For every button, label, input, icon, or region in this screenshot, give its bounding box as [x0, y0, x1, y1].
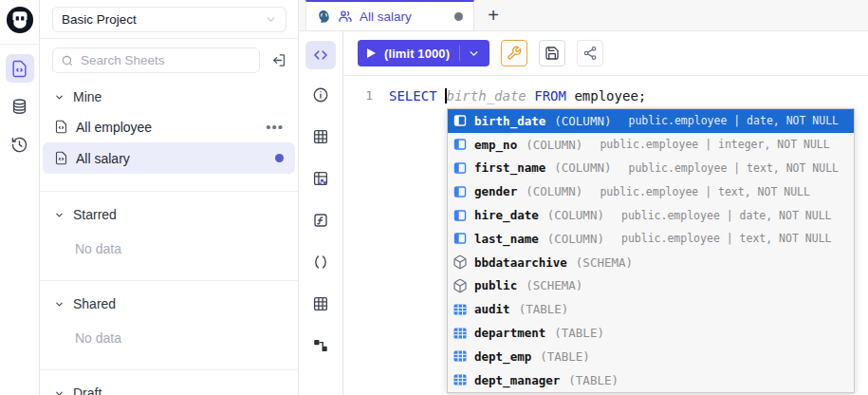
more-actions-button[interactable]: •••: [266, 120, 284, 134]
editor-side-panel-strip: [299, 31, 343, 395]
tab-bar: All salary +: [299, 0, 868, 31]
suggestion-kind-icon: [452, 137, 468, 152]
suggestion-row[interactable]: gender (COLUMN) public.employee | text, …: [448, 179, 854, 203]
bytebase-logo-icon[interactable]: [6, 6, 34, 34]
suggestion-kind: (COLUMN): [554, 114, 611, 128]
section-label: Mine: [73, 89, 102, 104]
suggestion-kind: (SCHEMA): [576, 255, 633, 270]
tab-label: All salary: [360, 9, 412, 24]
suggestion-kind: (TABLE): [540, 349, 590, 364]
suggestion-row[interactable]: birth_date (COLUMN) public.employee | da…: [448, 109, 854, 133]
suggestion-row[interactable]: audit (TABLE): [448, 297, 854, 321]
suggestion-kind-icon: [452, 302, 468, 317]
shared-users-icon: [338, 9, 353, 24]
section-label: Shared: [73, 296, 116, 311]
panel-er-diagram-button[interactable]: [305, 164, 336, 193]
section-shared: Shared No data: [40, 280, 298, 361]
new-tab-button[interactable]: +: [474, 0, 512, 30]
sql-editor-app: Basic Project Search Sheets Mine A: [0, 0, 868, 395]
run-query-button[interactable]: (limit 1000): [358, 40, 489, 66]
chevron-down-icon: [54, 388, 65, 395]
suggestion-kind-icon: [452, 231, 468, 246]
panel-tables-button[interactable]: [305, 122, 336, 151]
suggestion-kind-icon: [452, 160, 468, 176]
play-icon: [367, 48, 376, 58]
chevron-down-icon: [54, 299, 65, 310]
empty-state: No data: [40, 324, 298, 352]
sheet-item-label: All salary: [76, 151, 130, 166]
postgresql-icon: [317, 9, 331, 24]
sheet-item-all-salary[interactable]: All salary: [43, 142, 295, 174]
suggestion-name: bbdataarchive: [474, 255, 567, 270]
panel-code-button[interactable]: [305, 41, 336, 69]
sheet-item-all-employee[interactable]: All employee •••: [43, 111, 295, 142]
rail-database-button[interactable]: [6, 92, 34, 121]
panel-info-button[interactable]: [305, 81, 336, 109]
rail-history-button[interactable]: [6, 130, 34, 159]
rail-worksheet-button[interactable]: [6, 54, 34, 83]
suggestion-name: dept_manager: [474, 373, 560, 387]
suggestion-row[interactable]: emp_no (COLUMN) public.employee | intege…: [448, 133, 854, 157]
suggestion-name: gender: [474, 184, 517, 198]
panel-functions-button[interactable]: [305, 206, 336, 235]
chevron-down-icon[interactable]: [468, 47, 480, 60]
suggestion-kind: (COLUMN): [554, 160, 611, 175]
suggestion-kind-icon: [452, 208, 468, 223]
import-sheet-button[interactable]: [268, 49, 290, 72]
search-sheets-input[interactable]: Search Sheets: [52, 47, 260, 73]
suggestion-detail: public.employee | text, NOT NULL: [600, 185, 810, 198]
main-area: All salary +: [299, 0, 868, 395]
suggestion-row[interactable]: public (SCHEMA): [448, 274, 854, 298]
suggestion-row[interactable]: dept_emp (TABLE): [448, 345, 854, 368]
section-header-mine[interactable]: Mine: [40, 83, 298, 111]
suggestion-row[interactable]: last_name (COLUMN) public.employee | tex…: [448, 227, 854, 251]
keyword-from: FROM: [534, 88, 566, 103]
code-text: SELECT birth_date FROM employee;: [389, 86, 646, 105]
sql-code-editor[interactable]: 1 SELECT birth_date FROM employee; birth…: [343, 76, 868, 395]
section-header-shared[interactable]: Shared: [40, 290, 298, 318]
suggestion-detail: public.employee | text, NOT NULL: [621, 232, 832, 245]
suggestion-row[interactable]: dept_manager (TABLE): [448, 368, 854, 392]
panel-flow-button[interactable]: [305, 331, 336, 360]
database-icon: [10, 98, 28, 116]
search-icon: [61, 54, 74, 67]
section-label: Starred: [73, 207, 117, 222]
editor-column: (limit 1000) 1: [343, 31, 868, 395]
function-icon: [312, 212, 329, 229]
suggestion-kind: (TABLE): [554, 326, 604, 340]
suggestion-detail: public.employee | date, NOT NULL: [628, 114, 839, 127]
keyword-select: SELECT: [389, 88, 437, 103]
panel-temp-tables-button[interactable]: [305, 290, 336, 318]
admin-mode-button[interactable]: [501, 40, 527, 66]
suggestion-name: public: [474, 278, 517, 292]
panel-parentheses-button[interactable]: [305, 248, 336, 276]
suggestion-row[interactable]: first_name (COLUMN) public.employee | te…: [448, 157, 854, 180]
project-select-value: Basic Project: [62, 12, 137, 27]
suggestion-kind: (COLUMN): [526, 184, 582, 198]
section-header-starred[interactable]: Starred: [40, 200, 298, 229]
left-rail: [0, 0, 40, 395]
section-draft: Draft No data: [40, 369, 298, 395]
tab-all-salary[interactable]: All salary: [305, 0, 474, 30]
suggestion-name: emp_no: [474, 138, 517, 152]
suggestion-kind: (SCHEMA): [526, 278, 582, 292]
section-header-draft[interactable]: Draft: [40, 379, 298, 395]
suggestion-name: audit: [474, 302, 510, 316]
chevron-down-icon: [54, 92, 65, 103]
share-icon: [582, 46, 598, 61]
section-starred: Starred No data: [40, 191, 298, 272]
project-row: Basic Project: [40, 0, 298, 39]
suggestion-row[interactable]: department (TABLE): [448, 321, 854, 345]
project-select[interactable]: Basic Project: [52, 7, 286, 32]
table-icon: [312, 295, 329, 312]
rail-divider: [0, 44, 40, 45]
suggestion-name: first_name: [474, 160, 545, 175]
suggestion-kind-icon: [452, 348, 468, 364]
suggestion-row[interactable]: bbdataarchive (SCHEMA): [448, 251, 854, 274]
suggestion-detail: public.employee | date, NOT NULL: [621, 209, 832, 222]
share-button[interactable]: [577, 40, 603, 66]
suggestion-row[interactable]: hire_date (COLUMN) public.employee | dat…: [448, 203, 854, 227]
suggestion-name: dept_emp: [474, 349, 531, 364]
save-button[interactable]: [539, 40, 565, 66]
search-row: Search Sheets: [40, 39, 298, 77]
